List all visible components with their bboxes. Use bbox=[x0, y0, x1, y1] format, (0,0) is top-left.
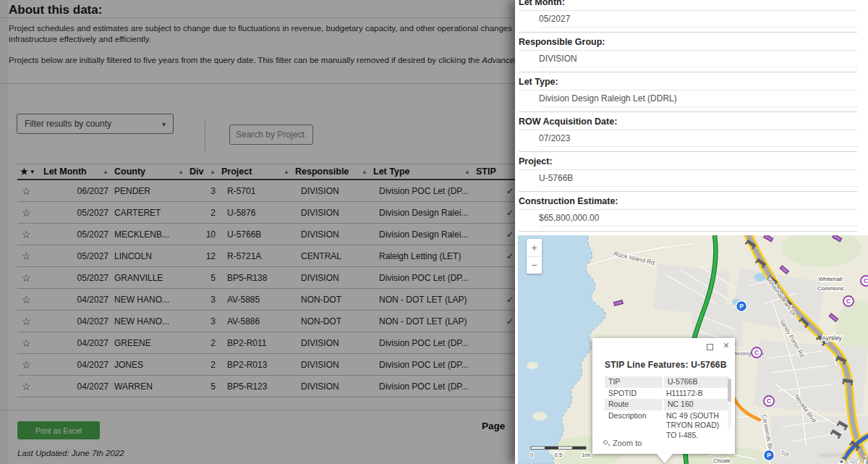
label-ayrsley: Ayrsley bbox=[822, 334, 842, 342]
c-marker: C bbox=[752, 347, 762, 358]
project-detail-panel: Let Month:05/2027Responsible Group:DIVIS… bbox=[515, 0, 868, 464]
popup-scrollbar[interactable] bbox=[728, 379, 731, 428]
divider bbox=[519, 10, 857, 11]
c-marker: C bbox=[843, 296, 854, 306]
zoom-in-button[interactable]: + bbox=[527, 239, 542, 257]
popup-attr-value: U-5766B bbox=[663, 376, 729, 388]
popup-attr-label: TIP bbox=[605, 376, 663, 388]
map-popup: × STIP Line Features: U-5766B TIPU-5766B… bbox=[592, 338, 735, 454]
field-label: Construction Estimate: bbox=[519, 196, 618, 206]
magnifier-icon bbox=[603, 440, 609, 446]
c-marker: C bbox=[764, 396, 774, 406]
divider bbox=[539, 27, 857, 28]
svg-text:1mi: 1mi bbox=[582, 452, 590, 458]
popup-attr-value: NC 49 (SOUTH TRYON ROAD) TO I-485. bbox=[663, 410, 729, 442]
label-whitehall-commons-2: Commons bbox=[817, 285, 843, 292]
popup-table-row: DescriptionNC 49 (SOUTH TRYON ROAD) TO I… bbox=[605, 410, 729, 442]
popup-table-row: SPOTIDH111172-B bbox=[605, 388, 729, 400]
svg-text:P: P bbox=[767, 452, 771, 459]
field-value: U-5766B bbox=[539, 173, 573, 183]
detail-field: Let Type:Division Design Raleigh Let (DD… bbox=[515, 77, 868, 117]
field-label: Responsible Group: bbox=[519, 37, 605, 47]
zoom-to-link[interactable]: Zoom to bbox=[603, 439, 642, 447]
field-label: Let Month: bbox=[519, 0, 565, 7]
divider bbox=[539, 106, 857, 107]
popup-attribute-table: TIPU-5766BSPOTIDH111172-BRouteNC 160Desc… bbox=[605, 376, 729, 441]
divider bbox=[519, 72, 857, 72]
detail-field: Construction Estimate:$65,800,000.00 bbox=[515, 196, 868, 236]
divider bbox=[519, 50, 857, 51]
svg-text:0.5: 0.5 bbox=[555, 452, 562, 458]
zoom-out-button[interactable]: − bbox=[527, 257, 542, 274]
close-icon[interactable]: × bbox=[723, 339, 729, 351]
popup-tail bbox=[657, 454, 673, 463]
field-value: DIVISION bbox=[539, 54, 577, 64]
field-label: ROW Acquisition Date: bbox=[519, 117, 617, 127]
map[interactable]: Rock Island Rd Whitehall Park Dr Sandy P… bbox=[518, 235, 868, 464]
divider bbox=[539, 186, 857, 187]
app-screen: About this data: Project schedules and e… bbox=[0, 0, 868, 464]
field-value: 07/2023 bbox=[539, 133, 570, 143]
svg-text:esri: esri bbox=[836, 452, 868, 464]
detail-field: Project:U-5766B bbox=[515, 156, 868, 196]
park-and-ride-marker: P bbox=[763, 450, 775, 461]
popup-title: STIP Line Features: U-5766B bbox=[605, 360, 727, 370]
popup-attr-value: NC 160 bbox=[663, 399, 729, 410]
label-whitehall-commons-1: Whitehall bbox=[819, 276, 843, 282]
detail-field: Responsible Group:DIVISION bbox=[515, 37, 868, 77]
map-zoom-control: + − bbox=[527, 239, 542, 274]
divider bbox=[519, 209, 857, 210]
dim-overlay bbox=[0, 0, 515, 464]
popup-table-row: TIPU-5766B bbox=[605, 376, 729, 388]
detail-field: ROW Acquisition Date:07/2023 bbox=[515, 117, 868, 156]
divider bbox=[539, 146, 857, 147]
svg-text:C: C bbox=[846, 298, 851, 305]
popup-attr-label: Description bbox=[605, 410, 663, 442]
divider bbox=[519, 111, 857, 112]
field-value: Division Design Raleigh Let (DDRL) bbox=[539, 93, 677, 104]
field-value: 05/2027 bbox=[539, 14, 570, 24]
divider bbox=[519, 32, 857, 33]
c-marker: C bbox=[861, 276, 868, 286]
popup-attr-label: SPOTID bbox=[605, 388, 663, 400]
popup-attr-value: H111172-B bbox=[663, 388, 729, 400]
svg-text:C: C bbox=[864, 277, 868, 284]
label-choate: Choate bbox=[713, 457, 731, 464]
park-and-ride-marker: P bbox=[736, 300, 747, 312]
divider bbox=[519, 130, 857, 130]
divider bbox=[539, 67, 857, 67]
svg-text:C: C bbox=[767, 397, 771, 405]
divider bbox=[519, 231, 857, 232]
popup-attr-label: Route bbox=[605, 399, 663, 410]
field-value: $65,800,000.00 bbox=[539, 213, 599, 223]
field-label: Let Type: bbox=[519, 77, 558, 87]
svg-text:0: 0 bbox=[530, 452, 533, 458]
detail-fields: Let Month:05/2027Responsible Group:DIVIS… bbox=[515, 0, 868, 236]
divider bbox=[519, 90, 857, 90]
svg-text:C: C bbox=[754, 349, 759, 356]
popup-table-row: RouteNC 160 bbox=[605, 399, 729, 410]
detail-field: Let Month:05/2027 bbox=[515, 0, 868, 37]
svg-text:P: P bbox=[739, 303, 744, 310]
field-label: Project: bbox=[519, 156, 553, 166]
divider bbox=[519, 169, 857, 170]
divider bbox=[539, 226, 857, 227]
divider bbox=[519, 151, 857, 152]
divider bbox=[519, 191, 857, 192]
maximize-icon[interactable] bbox=[707, 344, 713, 350]
